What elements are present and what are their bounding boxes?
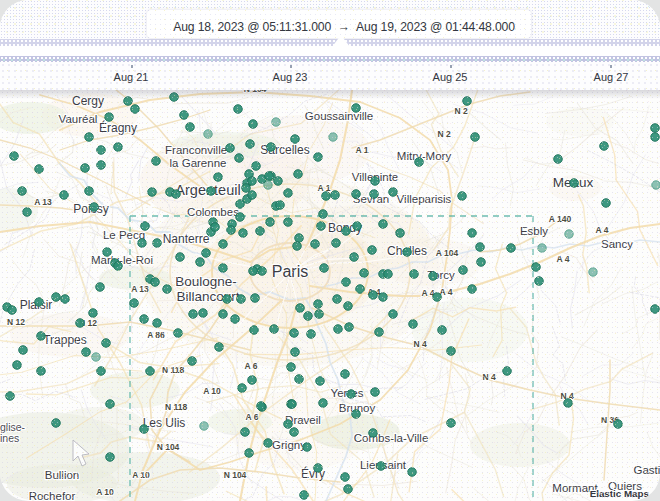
svg-text:A 1: A 1 <box>356 145 369 155</box>
svg-text:la Garenne: la Garenne <box>170 157 227 169</box>
svg-text:A 13: A 13 <box>131 284 149 294</box>
svg-text:Nanterre: Nanterre <box>163 232 210 246</box>
svg-text:N 104: N 104 <box>157 442 180 452</box>
svg-text:N 4: N 4 <box>482 372 496 382</box>
svg-text:Combs-la-Ville: Combs-la-Ville <box>354 432 429 444</box>
svg-text:Bullion: Bullion <box>45 469 80 481</box>
svg-text:A 4: A 4 <box>596 225 609 235</box>
svg-text:Boulogne-: Boulogne- <box>175 274 237 289</box>
svg-text:Goussainville: Goussainville <box>305 110 373 122</box>
svg-text:N 2: N 2 <box>437 129 451 139</box>
svg-text:Franconville-: Franconville- <box>165 144 231 156</box>
svg-text:A 140: A 140 <box>549 214 572 224</box>
svg-text:Grigny: Grigny <box>272 439 306 451</box>
svg-text:N 104: N 104 <box>224 470 247 480</box>
svg-text:A 4: A 4 <box>557 254 570 264</box>
svg-text:A 86: A 86 <box>147 330 165 340</box>
svg-text:Gastins: Gastins <box>634 464 660 476</box>
svg-text:A 6: A 6 <box>245 361 258 371</box>
svg-text:A 10: A 10 <box>203 386 221 396</box>
svg-text:Vauréal: Vauréal <box>59 113 98 125</box>
svg-text:N 4: N 4 <box>413 339 427 349</box>
svg-text:Elastic Maps: Elastic Maps <box>590 488 650 499</box>
svg-text:Rochefor: Rochefor <box>29 490 76 501</box>
svg-text:Éragny: Éragny <box>99 120 137 135</box>
svg-text:ines: ines <box>0 432 19 444</box>
svg-text:N 118: N 118 <box>165 402 187 412</box>
svg-text:Trappes: Trappes <box>43 333 87 347</box>
svg-text:Villeparisis: Villeparisis <box>397 193 452 205</box>
svg-text:Esbly: Esbly <box>520 225 548 237</box>
svg-text:N 104: N 104 <box>244 90 267 94</box>
svg-text:Colombes: Colombes <box>187 206 239 218</box>
svg-text:A 6: A 6 <box>246 412 259 422</box>
svg-text:N 2: N 2 <box>454 106 468 116</box>
svg-text:A 13: A 13 <box>34 197 52 207</box>
svg-text:A 10: A 10 <box>96 487 114 497</box>
svg-text:Paris: Paris <box>272 263 308 280</box>
svg-text:Le Pecq: Le Pecq <box>103 229 145 241</box>
svg-text:A 104: A 104 <box>436 248 459 258</box>
svg-text:Mitry-Mory: Mitry-Mory <box>397 150 452 162</box>
svg-text:Sancy: Sancy <box>601 238 633 250</box>
svg-text:N 118: N 118 <box>162 365 184 375</box>
svg-text:A 1: A 1 <box>318 183 331 193</box>
svg-text:Les Ulis: Les Ulis <box>143 416 186 430</box>
svg-text:N 12: N 12 <box>7 317 25 327</box>
svg-text:A 10: A 10 <box>132 470 150 480</box>
svg-text:Cergy: Cergy <box>72 94 104 108</box>
